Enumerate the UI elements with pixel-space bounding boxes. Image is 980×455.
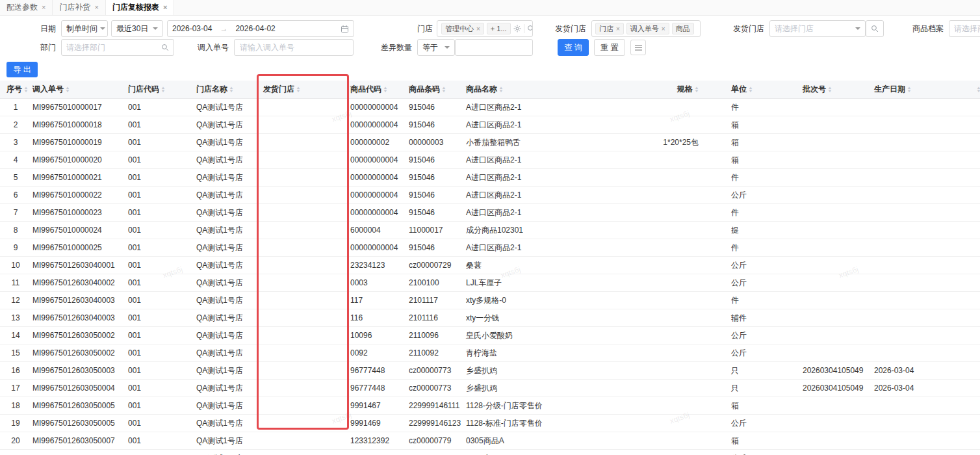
query-button[interactable]: 查 询 [558, 39, 589, 56]
order-no-filter-label: 调入单号 [177, 39, 229, 56]
table-row[interactable]: 5MI99675010000021001QA测试1号店0000000000491… [0, 169, 980, 187]
table-cell: QA测试1号店 [195, 432, 262, 449]
close-icon[interactable]: × [163, 4, 167, 11]
table-cell: 公斤 [725, 327, 796, 344]
sort-icon[interactable]: ▲▼ [383, 86, 387, 93]
table-row[interactable]: 16MI99675012603050003001QA测试1号店96777448c… [0, 362, 980, 380]
store-multiselect[interactable]: 管理中心 × + 1... [437, 20, 533, 37]
sort-icon[interactable]: ▲▼ [828, 86, 832, 93]
table-row[interactable]: 13MI99675012603040003001QA测试1号店116210111… [0, 309, 980, 327]
table-row[interactable]: 7MI99675010000023001QA测试1号店0000000000491… [0, 204, 980, 222]
column-header[interactable]: 规格▲▼ [641, 81, 725, 98]
export-button[interactable]: 导 出 [6, 62, 38, 77]
sort-icon[interactable]: ▲▼ [24, 86, 28, 93]
column-header[interactable]: 生产日期▲▼ [868, 81, 946, 98]
tab-delivery-params[interactable]: 配送参数 × [0, 0, 53, 15]
close-icon[interactable]: × [662, 25, 665, 32]
column-header[interactable]: 发货门店▲▼ [262, 81, 349, 98]
table-row[interactable]: 2MI99675010000018001QA测试1号店0000000000491… [0, 116, 980, 134]
table-row[interactable]: 6MI99675010000022001QA测试1号店0000000000491… [0, 187, 980, 204]
ship-store-tags-box[interactable]: 门店 × 调入单号 × 商品 [591, 20, 701, 37]
table-cell [868, 257, 946, 274]
sort-icon[interactable]: ▲▼ [749, 86, 753, 93]
table-cell [262, 204, 349, 221]
sort-icon[interactable]: ▲▼ [229, 86, 233, 93]
column-header[interactable]: 批次号▲▼ [796, 81, 868, 98]
ship-store-search-button[interactable] [866, 20, 884, 37]
search-icon[interactable] [527, 25, 533, 32]
column-header[interactable]: ▲▼ [946, 81, 980, 98]
column-header[interactable]: 调入单号▲▼ [31, 81, 127, 98]
sort-icon[interactable]: ▲▼ [296, 86, 300, 93]
sort-icon[interactable]: ▲▼ [695, 86, 699, 93]
table-row[interactable]: 21MI99675012603050007001QA测试1号店123312392… [0, 450, 980, 455]
table-row[interactable]: 17MI99675012603050004001QA测试1号店96777448c… [0, 380, 980, 397]
close-icon[interactable]: × [42, 4, 45, 11]
table-cell [946, 274, 980, 291]
tab-store-review-report[interactable]: 门店复核报表 × [106, 0, 174, 15]
table-cell: MI99675012603050002 [31, 327, 127, 344]
goods-select[interactable]: 请选择商品 [949, 20, 980, 37]
tab-store-replenish[interactable]: 门店补货 × [53, 0, 105, 15]
column-header[interactable]: 序号▲▼ [0, 81, 31, 98]
table-row[interactable]: 11MI99675012603040002001QA测试1号店000321001… [0, 274, 980, 292]
table-cell: 915046 [407, 151, 465, 168]
collapse-filters-button[interactable] [630, 40, 646, 55]
table-row[interactable]: 10MI99675012603040001001QA测试1号店23234123c… [0, 257, 980, 274]
sort-icon[interactable]: ▲▼ [442, 86, 446, 93]
table-row[interactable]: 3MI99675010000019001QA测试1号店0000000020000… [0, 134, 980, 151]
table-row[interactable]: 9MI99675010000025001QA测试1号店0000000000491… [0, 239, 980, 257]
date-range-picker[interactable]: 2026-03-04 → 2026-04-02 [167, 20, 354, 37]
column-header[interactable]: 商品条码▲▼ [407, 81, 465, 98]
table-row[interactable]: 1MI99675010000017001QA测试1号店0000000000491… [0, 99, 980, 116]
sort-icon[interactable]: ▲▼ [499, 86, 503, 93]
table-cell: 2026-03-04 [868, 380, 946, 396]
store-tag[interactable]: 管理中心 × [441, 23, 484, 34]
close-icon[interactable]: × [616, 25, 620, 32]
date-preset-select[interactable]: 最近30日 [111, 20, 163, 37]
column-header[interactable]: 门店代码▲▼ [127, 81, 195, 98]
sort-icon[interactable]: ▲▼ [907, 86, 911, 93]
store-tag-more[interactable]: + 1... [487, 23, 511, 34]
sort-icon[interactable]: ▲▼ [977, 86, 980, 93]
sort-icon[interactable]: ▲▼ [66, 86, 70, 93]
table-row[interactable]: 15MI99675012603050002001QA测试1号店009221100… [0, 344, 980, 362]
search-icon[interactable] [161, 44, 169, 51]
gear-icon[interactable] [513, 25, 521, 32]
dept-select[interactable]: 请选择部门 [61, 39, 174, 56]
date-type-select[interactable]: 制单时间 [61, 20, 108, 37]
column-header[interactable]: 门店名称▲▼ [195, 81, 262, 98]
table-row[interactable]: 20MI99675012603050007001QA测试1号店123312392… [0, 432, 980, 450]
date-end-value[interactable]: 2026-04-02 [235, 24, 275, 33]
diff-qty-input[interactable] [455, 39, 533, 56]
column-header[interactable]: 单位▲▼ [725, 81, 796, 98]
table-row[interactable]: 19MI99675012603050005001QA测试1号店999146922… [0, 415, 980, 432]
table-row[interactable]: 18MI99675012603050005001QA测试1号店999146722… [0, 397, 980, 415]
sort-icon[interactable]: ▲▼ [161, 86, 165, 93]
table-row[interactable]: 4MI99675010000020001QA测试1号店0000000000491… [0, 151, 980, 169]
ship-store-select[interactable]: 请选择门店 [769, 20, 866, 37]
filter-tag[interactable]: 门店 × [595, 23, 624, 34]
date-start-value[interactable]: 2026-03-04 [172, 24, 212, 33]
table-row[interactable]: 12MI99675012603040003001QA测试1号店117210111… [0, 292, 980, 309]
table-cell: MI99675010000024 [31, 222, 127, 239]
table-cell: 6 [0, 187, 31, 203]
table-cell [868, 327, 946, 344]
table-cell: 001 [127, 450, 195, 455]
diff-qty-operator-select[interactable]: 等于 [417, 39, 455, 56]
order-no-input[interactable] [234, 39, 354, 56]
column-header[interactable]: 商品名称▲▼ [465, 81, 641, 98]
close-icon[interactable]: × [476, 25, 480, 32]
table-row[interactable]: 8MI99675010000024001QA测试1号店6000004110000… [0, 222, 980, 239]
table-cell [868, 169, 946, 186]
reset-button[interactable]: 重 置 [594, 39, 625, 56]
filter-tag[interactable]: 调入单号 × [626, 23, 669, 34]
table-cell [641, 415, 725, 432]
filter-tag[interactable]: 商品 [672, 23, 694, 34]
table-row[interactable]: 14MI99675012603050002001QA测试1号店100962110… [0, 327, 980, 344]
column-header[interactable]: 商品代码▲▼ [349, 81, 407, 98]
select-placeholder: 请选择商品 [954, 23, 980, 34]
chevron-down-icon [855, 27, 860, 30]
table-cell: MI99675010000025 [31, 239, 127, 256]
close-icon[interactable]: × [94, 4, 98, 11]
